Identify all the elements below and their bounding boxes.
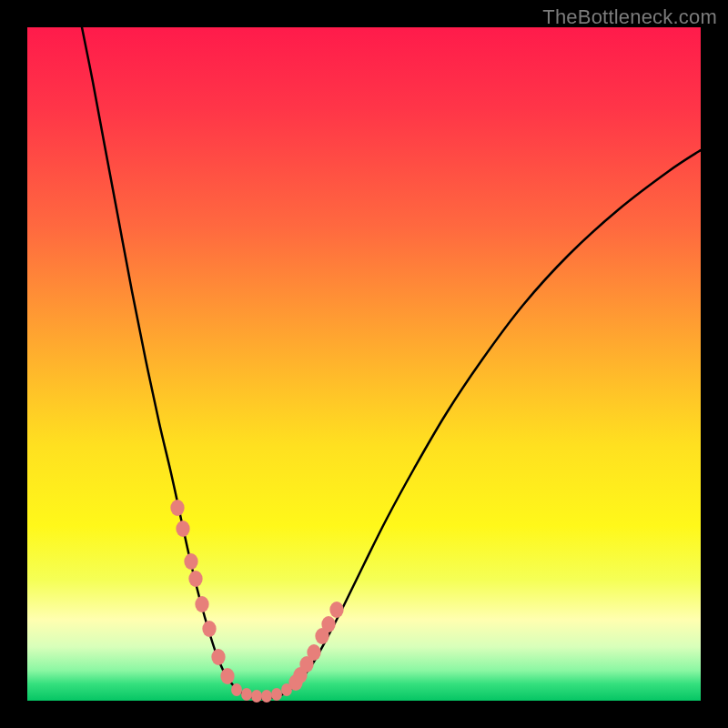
marker-dot bbox=[271, 688, 282, 701]
marker-dot bbox=[184, 553, 197, 570]
marker-dot bbox=[329, 602, 343, 618]
marker-dot bbox=[261, 690, 272, 703]
marker-cluster-left bbox=[170, 500, 234, 684]
marker-dot bbox=[307, 644, 320, 661]
marker-dot bbox=[281, 683, 292, 696]
marker-dot bbox=[231, 683, 242, 696]
bottleneck-curve bbox=[82, 27, 701, 698]
marker-cluster-right bbox=[288, 602, 343, 691]
plot-area bbox=[27, 27, 701, 701]
marker-dot bbox=[251, 690, 262, 703]
marker-dot bbox=[170, 500, 184, 516]
marker-cluster-bottom bbox=[231, 683, 292, 703]
marker-dot bbox=[241, 688, 252, 701]
marker-dot bbox=[188, 571, 202, 587]
chart-frame: TheBottleneck.com bbox=[0, 0, 728, 728]
curve-layer bbox=[27, 27, 701, 701]
marker-dot bbox=[202, 621, 216, 637]
marker-dot bbox=[321, 616, 335, 632]
marker-dot bbox=[195, 596, 208, 612]
watermark-text: TheBottleneck.com bbox=[542, 5, 717, 29]
marker-dot bbox=[220, 668, 234, 684]
marker-dot bbox=[176, 521, 189, 537]
marker-dot bbox=[211, 649, 225, 665]
